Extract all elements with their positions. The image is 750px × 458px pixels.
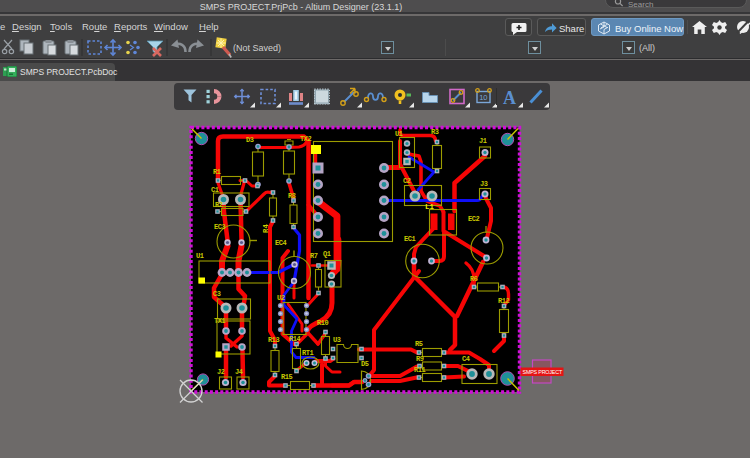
svg-text:U1: U1 bbox=[395, 130, 403, 138]
svg-text:R4: R4 bbox=[262, 224, 270, 233]
svg-text:C4: C4 bbox=[462, 355, 470, 363]
svg-text:R2: R2 bbox=[215, 201, 223, 209]
svg-text:R8: R8 bbox=[288, 192, 296, 200]
svg-text:SMPS PROJECT: SMPS PROJECT bbox=[523, 369, 563, 375]
svg-text:EC3: EC3 bbox=[214, 223, 225, 231]
svg-text:R13: R13 bbox=[268, 336, 279, 344]
svg-text:U2: U2 bbox=[277, 294, 285, 302]
svg-text:TX1: TX1 bbox=[214, 317, 225, 325]
svg-text:R10: R10 bbox=[317, 319, 328, 327]
svg-text:EC2: EC2 bbox=[468, 215, 479, 223]
svg-text:R11: R11 bbox=[414, 366, 425, 374]
svg-text:RT1: RT1 bbox=[302, 349, 313, 357]
svg-text:U1: U1 bbox=[196, 252, 204, 260]
svg-text:J1: J1 bbox=[479, 137, 487, 145]
svg-text:R12: R12 bbox=[498, 297, 509, 305]
svg-text:J2: J2 bbox=[217, 368, 225, 376]
svg-text:J4: J4 bbox=[235, 368, 243, 376]
svg-text:R5: R5 bbox=[415, 340, 423, 348]
svg-text:C2: C2 bbox=[403, 177, 411, 185]
svg-text:C1: C1 bbox=[211, 186, 219, 194]
svg-text:R6: R6 bbox=[470, 275, 478, 283]
svg-text:EC1: EC1 bbox=[404, 235, 415, 243]
svg-text:J3: J3 bbox=[480, 180, 488, 188]
svg-text:R7: R7 bbox=[310, 252, 318, 260]
svg-text:R3: R3 bbox=[431, 128, 439, 136]
svg-text:R14: R14 bbox=[289, 335, 300, 343]
svg-text:D3: D3 bbox=[246, 136, 254, 144]
svg-text:EC4: EC4 bbox=[275, 239, 286, 247]
svg-text:U3: U3 bbox=[333, 336, 341, 344]
svg-text:R1: R1 bbox=[213, 168, 221, 176]
svg-text:D5: D5 bbox=[361, 360, 369, 368]
svg-text:R9: R9 bbox=[416, 355, 424, 363]
svg-text:Q1: Q1 bbox=[323, 250, 331, 258]
svg-text:L1: L1 bbox=[425, 203, 434, 211]
svg-text:C3: C3 bbox=[213, 290, 221, 298]
svg-text:R15: R15 bbox=[281, 373, 292, 381]
svg-text:TX2: TX2 bbox=[300, 135, 311, 143]
